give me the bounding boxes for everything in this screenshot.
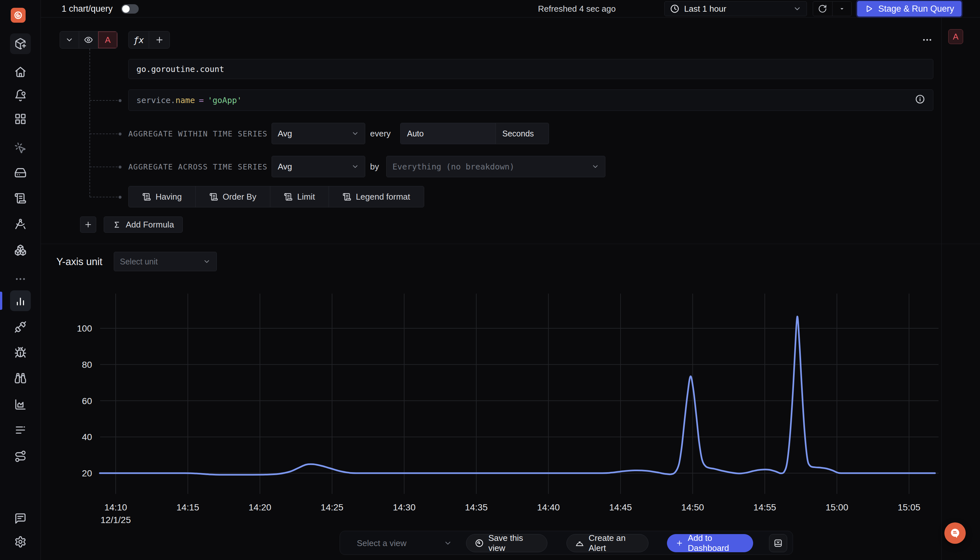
sidebar-item-traces[interactable] (10, 446, 31, 467)
sidebar-item-list-view[interactable] (10, 420, 31, 440)
dock-panel-button[interactable] (769, 534, 787, 552)
having-label: Having (155, 192, 182, 202)
disc-icon (475, 538, 484, 548)
filter-token-key: service (137, 96, 170, 105)
x-tick-label: 14:45 (609, 502, 632, 512)
save-view-button[interactable]: Save this view (466, 534, 547, 552)
interval-value: Auto (407, 129, 423, 138)
filter-info-button[interactable] (915, 94, 925, 106)
binoculars-icon (14, 372, 27, 384)
add-query-plus-button[interactable] (80, 217, 96, 233)
sidebar-item-alerts[interactable] (10, 85, 31, 106)
signoz-logo[interactable] (11, 8, 26, 23)
connector-stub (90, 167, 118, 167)
boxes-icon (14, 244, 27, 256)
scroll-icon (209, 192, 218, 201)
ellipsis-icon (922, 34, 933, 45)
group-by-select[interactable]: Everything (no breakdown) (386, 156, 605, 177)
chart-per-query-toggle[interactable] (121, 4, 139, 13)
legend-format-button[interactable]: Legend format (329, 186, 424, 207)
sidebar-item-apm[interactable] (10, 213, 31, 234)
query-a-badge[interactable]: A (98, 32, 117, 48)
time-range-select[interactable]: Last 1 hour (664, 1, 807, 16)
sidebar-item-events[interactable] (10, 138, 31, 158)
x-tick-label: 14:40 (537, 502, 560, 512)
sidebar-item-exceptions[interactable] (10, 342, 31, 363)
metric-expression-input[interactable]: go.goroutine.count (128, 59, 933, 79)
plus-icon (676, 538, 683, 548)
topbar: 1 chart/query Refreshed 4 sec ago Last 1… (41, 0, 980, 18)
limit-button[interactable]: Limit (270, 186, 329, 207)
x-tick-label: 14:10 (104, 502, 127, 512)
every-label: every (370, 129, 391, 139)
sidebar-item-chart-explorer[interactable] (10, 394, 31, 415)
sidebar-item-integrations[interactable] (10, 317, 31, 337)
add-formula-label: Add Formula (126, 220, 174, 230)
fx-icon: ƒx (133, 35, 144, 45)
eye-icon (84, 35, 93, 44)
chevron-down-icon (351, 130, 359, 137)
bug-icon (14, 347, 27, 359)
route-icon (14, 450, 27, 462)
active-nav-indicator (0, 292, 2, 310)
interval-input[interactable]: Auto (400, 123, 495, 144)
having-button[interactable]: Having (129, 186, 196, 207)
yaxis-unit-select[interactable]: Select unit (114, 252, 217, 271)
concierge-bell-icon (575, 538, 584, 548)
sidebar-item-support[interactable] (10, 508, 31, 529)
scroll-icon (284, 192, 293, 201)
add-function-button[interactable]: ƒx (129, 32, 149, 48)
order-by-button[interactable]: Order By (196, 186, 270, 207)
sidebar-item-explorer[interactable] (10, 368, 31, 388)
create-alert-button[interactable]: Create an Alert (567, 534, 648, 552)
pointer-click-icon (14, 142, 27, 154)
query-tree-connector (90, 48, 90, 197)
by-label: by (370, 162, 379, 172)
scroll-icon (142, 192, 151, 201)
add-query-button[interactable] (149, 32, 170, 48)
help-chat-fab[interactable] (944, 522, 966, 544)
y-tick-label: 60 (82, 396, 92, 406)
x-tick-label: 14:35 (465, 502, 488, 512)
aggregate-across-function-select[interactable]: Avg (272, 156, 365, 177)
filter-expression-input[interactable]: service.name='goApp' (128, 90, 933, 111)
chevron-down-icon (793, 5, 802, 13)
limit-label: Limit (297, 192, 315, 202)
sidebar-item-get-started[interactable] (10, 33, 31, 54)
yaxis-unit-label: Y-axis unit (57, 256, 102, 268)
refresh-button[interactable] (813, 2, 833, 16)
view-select[interactable]: Select a view (357, 531, 407, 555)
refreshed-status: Refreshed 4 sec ago (538, 4, 616, 14)
sidebar-item-logs[interactable] (10, 188, 31, 209)
query-tools-group: ƒx (128, 31, 170, 48)
message-square-icon (14, 512, 27, 525)
toggle-query-visibility-button[interactable] (79, 32, 98, 48)
x-tick-label: 14:50 (681, 502, 704, 512)
sidebar-item-dashboards[interactable] (10, 108, 31, 129)
sidebar-item-services[interactable] (10, 240, 31, 260)
collapse-query-button[interactable] (60, 32, 79, 48)
sidebar (0, 0, 41, 560)
hard-drive-icon (14, 167, 27, 179)
sidebar-item-infrastructure[interactable] (10, 162, 31, 183)
add-formula-button[interactable]: Add Formula (104, 217, 183, 233)
aggregate-within-label: AGGREGATE WITHIN TIME SERIES (128, 130, 268, 138)
x-tick-label: 14:55 (753, 502, 776, 512)
sidebar-item-settings[interactable] (10, 532, 31, 552)
chart-per-query-label: 1 chart/query (62, 4, 113, 14)
rail-query-a-badge[interactable]: A (948, 29, 963, 44)
connector-stub (90, 100, 118, 101)
sidebar-item-home[interactable] (10, 62, 31, 82)
timeseries-chart[interactable]: 2040608010014:1012/1/2514:1514:2014:2514… (0, 0, 980, 560)
aggregate-within-function-select[interactable]: Avg (272, 123, 365, 144)
interval-unit-select[interactable]: Seconds (495, 123, 549, 144)
sidebar-item-metrics[interactable] (10, 290, 31, 311)
refresh-interval-dropdown[interactable] (833, 2, 852, 16)
filter-token-attr: name (175, 96, 195, 105)
stage-run-query-button[interactable]: Stage & Run Query (857, 1, 962, 17)
query-more-options-button[interactable] (920, 32, 935, 47)
aggregate-across-label: AGGREGATE ACROSS TIME SERIES (128, 163, 268, 171)
add-to-dashboard-button[interactable]: Add to Dashboard (667, 534, 753, 552)
filter-token-operator: = (199, 96, 204, 105)
sidebar-item-more[interactable] (10, 269, 31, 289)
